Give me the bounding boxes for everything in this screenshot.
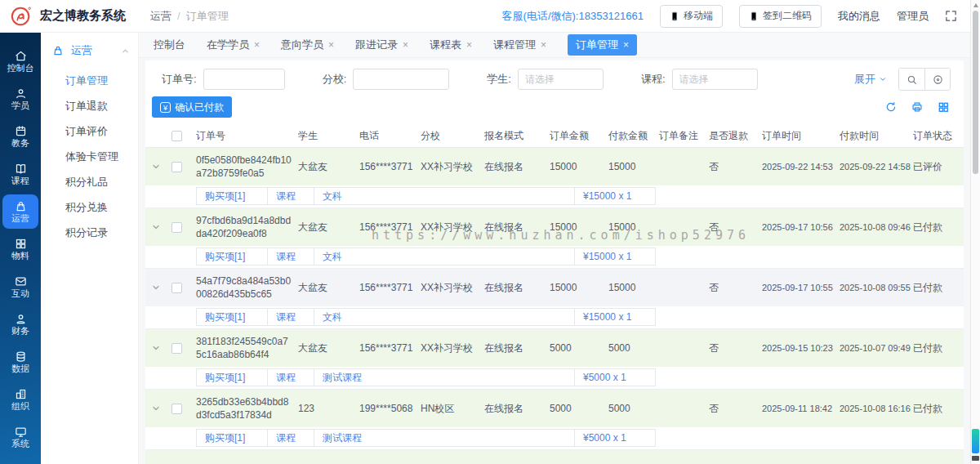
student-cell: 大盆友: [298, 160, 359, 174]
order-no-label: 订单号:: [162, 72, 197, 87]
status-cell: 已付款: [913, 281, 964, 295]
rail-item[interactable]: 系统: [0, 418, 41, 456]
scrollbar-up-arrow-icon[interactable]: [973, 3, 978, 7]
chevron-down-icon[interactable]: [151, 162, 161, 172]
submenu-item[interactable]: 订单管理: [41, 68, 138, 93]
expand-filters-label: 展开: [854, 72, 875, 87]
rail-item[interactable]: 数据: [0, 343, 41, 381]
operations-icon: [15, 200, 27, 212]
checkin-qrcode-button[interactable]: 签到二维码: [739, 5, 822, 28]
table-row[interactable]: 54a7f79c8a484a53b000826d435b5c65 大盆友 156…: [145, 269, 964, 306]
current-user[interactable]: 管理员: [897, 9, 929, 24]
window-scrollbar[interactable]: [970, 0, 980, 464]
select-all-checkbox[interactable]: [172, 131, 182, 141]
printer-icon[interactable]: [911, 101, 923, 113]
my-messages-link[interactable]: 我的消息: [838, 9, 880, 24]
tab[interactable]: 课程表 ×: [430, 38, 472, 52]
fullscreen-icon[interactable]: [945, 10, 957, 22]
operations-icon: [52, 45, 64, 56]
tab-close-icon[interactable]: ×: [623, 40, 629, 50]
submenu-item[interactable]: 订单评价: [41, 118, 138, 144]
row-checkbox[interactable]: [172, 222, 182, 233]
breadcrumb-section[interactable]: 运营: [150, 9, 172, 24]
tab-close-icon[interactable]: ×: [466, 40, 472, 50]
rail-item[interactable]: 学员: [0, 80, 41, 118]
app-title: 宏之博教务系统: [40, 8, 126, 24]
submenu-item[interactable]: 订单退款: [41, 93, 138, 118]
table-row[interactable]: 44d7a15f20e343b2a2 123 199****5068 HN校区 …: [145, 450, 964, 464]
table-toolbar: ¥ 确认已付款: [145, 93, 964, 125]
submenu-item[interactable]: 积分礼品: [41, 169, 138, 194]
order-no-cell: 381f183f245549c0a75c16aab86b64f4: [196, 335, 298, 361]
rail-item[interactable]: 教务: [0, 118, 41, 155]
phone-icon: [670, 11, 679, 21]
tab-close-icon[interactable]: ×: [328, 40, 334, 50]
table-row[interactable]: 97cfbd6ba9d14a8dbdda420f209ea0f8 大盆友 156…: [145, 208, 964, 246]
tab[interactable]: 意向学员 ×: [281, 38, 334, 52]
scrollbar-thumb[interactable]: [973, 11, 978, 174]
purchase-items-row: 购买项[1] 课程 文科 ¥15000 x 1: [145, 246, 964, 269]
student-select[interactable]: [518, 69, 604, 90]
refresh-icon[interactable]: [885, 101, 897, 113]
order-row-group: 54a7f79c8a484a53b000826d435b5c65 大盆友 156…: [145, 269, 964, 329]
rail-item[interactable]: 物料: [0, 230, 41, 268]
order-time-cell: 2025-09-17 10:56: [762, 222, 840, 232]
floating-gradient-button[interactable]: [972, 429, 979, 453]
table-row[interactable]: 381f183f245549c0a75c16aab86b64f4 大盆友 156…: [145, 329, 964, 367]
chevron-down-icon[interactable]: [151, 283, 161, 292]
confirm-paid-button[interactable]: ¥ 确认已付款: [152, 96, 232, 118]
chevron-down-icon[interactable]: [151, 404, 161, 413]
tab[interactable]: 控制台: [154, 38, 185, 52]
pay-time-cell: 2025-09-22 14:58: [840, 162, 913, 172]
student-cell: 大盆友: [298, 341, 359, 355]
purchase-item-label: 购买项[1]: [196, 187, 268, 205]
submenu-item[interactable]: 积分记录: [41, 220, 138, 245]
column-settings-icon[interactable]: [938, 101, 949, 113]
submenu-item[interactable]: 体验卡管理: [41, 144, 138, 169]
row-checkbox[interactable]: [172, 162, 182, 172]
expand-filters-link[interactable]: 展开: [854, 72, 887, 87]
tab[interactable]: 跟进记录 ×: [355, 38, 408, 52]
order-no-input[interactable]: [203, 69, 285, 90]
purchase-item-name: 测试课程: [314, 368, 575, 386]
row-checkbox[interactable]: [172, 404, 182, 414]
tab-close-icon[interactable]: ×: [541, 40, 546, 50]
rail-item[interactable]: 运营: [0, 193, 41, 230]
rail-item[interactable]: 控制台: [0, 42, 41, 80]
purchase-item-label: 购买项[1]: [196, 248, 268, 265]
purchase-items-row: 购买项[1] 课程 测试课程 ¥5000 x 1: [145, 367, 964, 390]
rail-item[interactable]: 互动: [0, 268, 41, 306]
course-select[interactable]: [672, 69, 758, 90]
row-checkbox[interactable]: [172, 283, 182, 293]
submenu-header[interactable]: 运营: [41, 33, 138, 68]
chevron-down-icon[interactable]: [151, 222, 161, 232]
tab[interactable]: 在学学员 ×: [207, 38, 260, 52]
paid-amount-cell: 5000: [608, 403, 659, 414]
mobile-app-button[interactable]: 移动端: [660, 5, 723, 28]
rail-item[interactable]: 课程: [0, 155, 41, 193]
chevron-up-icon[interactable]: [121, 47, 130, 56]
purchase-item-type: 课程: [267, 187, 314, 205]
branch-input[interactable]: [353, 69, 449, 90]
rail-item[interactable]: 组织: [0, 381, 41, 418]
table-row[interactable]: 0f5e0580fbe8424fb10a72b8759fe0a5 大盆友 156…: [145, 148, 964, 185]
order-amount-cell: 5000: [550, 342, 608, 354]
submenu-item[interactable]: 积分兑换: [41, 194, 138, 220]
purchase-item-price: ¥15000 x 1: [574, 187, 656, 205]
rail-item[interactable]: 财务: [0, 306, 41, 343]
tab-close-icon[interactable]: ×: [403, 40, 408, 50]
table-header: 订单号学生电话分校报名模式订单金额付款金额订单备注是否退款订单时间付款时间订单状…: [145, 125, 964, 148]
purchase-item-price: ¥15000 x 1: [574, 308, 656, 326]
tab-close-icon[interactable]: ×: [254, 40, 260, 50]
tab[interactable]: 订单管理 ×: [568, 34, 637, 56]
reset-button[interactable]: [924, 69, 950, 90]
chevron-down-icon[interactable]: [151, 343, 161, 353]
table-row[interactable]: 3265db33e63b4bbd8d3fcd5a3f17834d 123 199…: [145, 390, 964, 427]
order-row-group: 381f183f245549c0a75c16aab86b64f4 大盆友 156…: [145, 329, 964, 390]
floating-widget-icon[interactable]: [972, 456, 979, 461]
row-checkbox[interactable]: [172, 343, 182, 354]
refunded-cell: 否: [709, 281, 762, 295]
signup-mode-cell: 在线报名: [484, 160, 550, 174]
tab[interactable]: 课程管理 ×: [493, 38, 546, 52]
search-button[interactable]: [899, 69, 924, 90]
